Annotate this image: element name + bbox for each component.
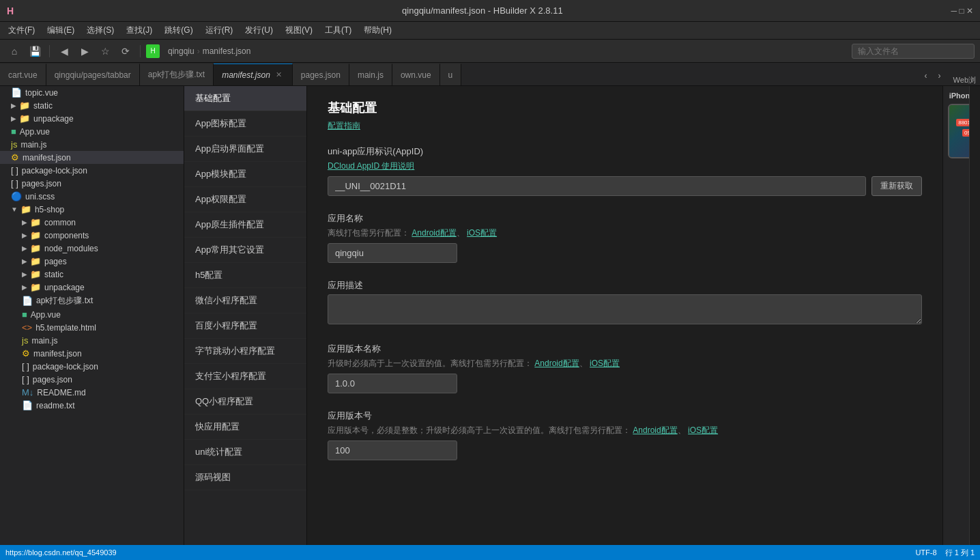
- config-nav-permissions[interactable]: App权限配置: [184, 187, 306, 212]
- tree-item-app-vue-2[interactable]: ■ App.vue: [0, 308, 184, 321]
- menu-help[interactable]: 帮助(H): [358, 23, 397, 38]
- menu-file[interactable]: 文件(F): [3, 23, 40, 38]
- config-nav-splash[interactable]: App启动界面配置: [184, 137, 306, 162]
- tab-scroll-right[interactable]: ›: [933, 66, 947, 85]
- menu-select[interactable]: 选择(S): [81, 23, 119, 38]
- tab-pages-json[interactable]: pages.json: [293, 64, 349, 85]
- tree-item-topic-vue[interactable]: 📄 topic.vue: [0, 86, 184, 99]
- tree-item-manifest-2[interactable]: ⚙ manifest.json: [0, 347, 184, 360]
- appid-input[interactable]: [328, 176, 866, 196]
- js-icon: js: [11, 139, 17, 150]
- tree-item-uni-scss-1[interactable]: 🔵 uni.scss: [0, 190, 184, 203]
- app-version-code-input[interactable]: [328, 440, 457, 460]
- tree-item-h5shop[interactable]: ▼ 📁 h5-shop: [0, 203, 184, 216]
- folder-icon: 📁: [30, 217, 41, 227]
- menu-edit[interactable]: 编辑(E): [42, 23, 80, 38]
- tab-own-vue[interactable]: own.vue: [392, 64, 440, 85]
- tree-item-node-modules[interactable]: ▶ 📁 node_modules: [0, 242, 184, 255]
- tree-item-apk-txt[interactable]: 📄 apk打包步骤.txt: [0, 294, 184, 308]
- tree-item-readme-txt[interactable]: 📄 readme.txt: [0, 399, 184, 412]
- menu-tools[interactable]: 工具(T): [319, 23, 357, 38]
- menu-jump[interactable]: 跳转(G): [159, 23, 198, 38]
- app-name-input[interactable]: [328, 243, 457, 263]
- config-nav-app-icon[interactable]: App图标配置: [184, 111, 306, 137]
- file-icon-topic: 📄: [11, 87, 22, 98]
- tree-item-unpackage-1[interactable]: ▶ 📁 unpackage: [0, 112, 184, 125]
- config-nav-qq[interactable]: QQ小程序配置: [184, 389, 306, 415]
- app-desc-textarea[interactable]: [328, 294, 922, 324]
- ios-config-link-name[interactable]: iOS配置: [467, 228, 497, 238]
- android-config-link-code[interactable]: Android配置: [633, 425, 677, 435]
- tab-apk[interactable]: apk打包步骤.txt: [140, 64, 214, 85]
- refresh-appid-button[interactable]: 重新获取: [871, 176, 922, 196]
- tree-item-package-lock-2[interactable]: [ ] package-lock.json: [0, 360, 184, 373]
- tree-item-components[interactable]: ▶ 📁 components: [0, 229, 184, 242]
- menu-find[interactable]: 查找(J): [121, 23, 158, 38]
- txt-icon: 📄: [22, 400, 33, 410]
- toolbar-history[interactable]: ⟳: [117, 42, 134, 60]
- menu-publish[interactable]: 发行(U): [240, 23, 278, 38]
- tree-item-pages-json-1[interactable]: [ ] pages.json: [0, 177, 184, 190]
- ios-config-link-version[interactable]: iOS配置: [590, 359, 620, 368]
- tree-item-unpackage-2[interactable]: ▶ 📁 unpackage: [0, 281, 184, 294]
- app-version-name-input[interactable]: [328, 374, 457, 393]
- tab-main-js[interactable]: main.js: [349, 64, 392, 85]
- config-nav-source[interactable]: 源码视图: [184, 465, 306, 490]
- toolbar-hbuilder[interactable]: H: [146, 44, 160, 58]
- tree-item-package-lock-1[interactable]: [ ] package-lock.json: [0, 164, 184, 177]
- config-nav-modules[interactable]: App模块配置: [184, 162, 306, 187]
- app-version-name-section: 应用版本名称 升级时必须高于上一次设置的值。离线打包需另行配置： Android…: [328, 343, 922, 393]
- tree-item-app-vue-1[interactable]: ■ App.vue: [0, 125, 184, 138]
- menu-run[interactable]: 运行(R): [200, 23, 239, 38]
- config-nav-h5[interactable]: h5配置: [184, 263, 306, 288]
- config-nav-baidu[interactable]: 百度小程序配置: [184, 313, 306, 339]
- config-nav-basic[interactable]: 基础配置: [184, 86, 306, 111]
- config-nav-native-plugins[interactable]: App原生插件配置: [184, 212, 306, 238]
- tab-close-icon[interactable]: ✕: [274, 70, 284, 80]
- txt-icon: 📄: [22, 296, 33, 306]
- tab-cart-vue[interactable]: cart.vue: [0, 64, 46, 85]
- html-icon: <>: [22, 322, 32, 333]
- toolbar-path-segment-1[interactable]: qingqiu: [168, 46, 194, 56]
- toolbar-home[interactable]: ⌂: [5, 42, 23, 60]
- web-browse-btn[interactable]: Web浏: [949, 75, 980, 85]
- tree-item-h5-template[interactable]: <> h5.template.html: [0, 321, 184, 334]
- vue-icon: ■: [22, 309, 27, 320]
- config-nav-uni-stats[interactable]: uni统计配置: [184, 440, 306, 465]
- tree-item-manifest-1[interactable]: ⚙ manifest.json: [0, 151, 184, 164]
- dcloud-appid-link[interactable]: DCloud AppID 使用说明: [328, 160, 414, 172]
- toolbar-path-segment-2[interactable]: manifest.json: [203, 46, 251, 56]
- android-config-link-version[interactable]: Android配置: [534, 359, 579, 368]
- toolbar-forward[interactable]: ▶: [76, 42, 93, 60]
- menu-view[interactable]: 视图(V): [280, 23, 318, 38]
- tree-label: package-lock.json: [33, 362, 98, 372]
- tab-u[interactable]: u: [440, 64, 462, 85]
- app-version-name-label: 应用版本名称: [328, 343, 922, 355]
- tree-label: apk打包步骤.txt: [36, 295, 93, 307]
- app-name-sublabel-text: 离线打包需另行配置：: [328, 228, 409, 238]
- tree-item-common[interactable]: ▶ 📁 common: [0, 216, 184, 229]
- android-config-link-name[interactable]: Android配置: [412, 228, 456, 238]
- tab-label: manifest.json: [222, 70, 270, 80]
- tab-tabbar[interactable]: qingqiu/pages/tabbar: [46, 64, 140, 85]
- config-nav-wechat[interactable]: 微信小程序配置: [184, 288, 306, 313]
- tree-item-static-2[interactable]: ▶ 📁 static: [0, 268, 184, 281]
- tab-manifest[interactable]: manifest.json ✕: [214, 64, 293, 85]
- toolbar-bookmark[interactable]: ☆: [96, 42, 114, 60]
- search-input[interactable]: [852, 44, 975, 59]
- config-nav-alipay[interactable]: 支付宝小程序配置: [184, 364, 306, 389]
- tree-item-main-js-2[interactable]: js main.js: [0, 334, 184, 347]
- tree-item-static-1[interactable]: ▶ 📁 static: [0, 99, 184, 112]
- config-nav-quickapp[interactable]: 快应用配置: [184, 415, 306, 440]
- ios-config-link-code[interactable]: iOS配置: [688, 425, 718, 435]
- toolbar-back[interactable]: ◀: [55, 42, 73, 60]
- config-nav-bytedance[interactable]: 字节跳动小程序配置: [184, 339, 306, 364]
- tree-item-pages-json-2[interactable]: [ ] pages.json: [0, 373, 184, 386]
- tab-scroll-left[interactable]: ‹: [919, 66, 933, 85]
- config-nav-other-settings[interactable]: App常用其它设置: [184, 238, 306, 263]
- config-guide-link[interactable]: 配置指南: [328, 120, 360, 132]
- toolbar-save[interactable]: 💾: [26, 42, 44, 60]
- tree-item-main-js-1[interactable]: js main.js: [0, 138, 184, 151]
- tree-item-readme-md[interactable]: M↓ README.md: [0, 386, 184, 399]
- tree-item-pages[interactable]: ▶ 📁 pages: [0, 255, 184, 268]
